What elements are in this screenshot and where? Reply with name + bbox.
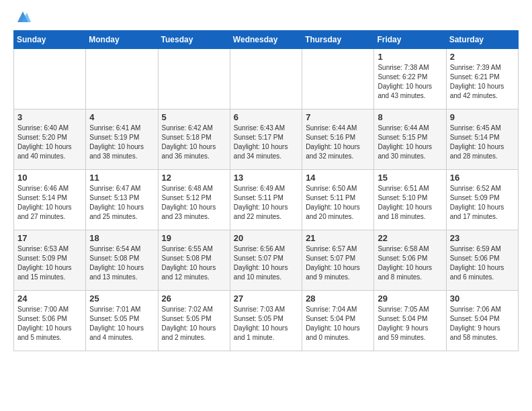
day-info: Sunrise: 7:03 AM Sunset: 5:05 PM Dayligh…	[234, 306, 288, 341]
calendar-day-cell	[302, 49, 374, 109]
calendar-day-cell: 12Sunrise: 6:48 AM Sunset: 5:12 PM Dayli…	[158, 170, 230, 230]
day-info: Sunrise: 6:46 AM Sunset: 5:14 PM Dayligh…	[17, 185, 72, 220]
day-number: 23	[450, 233, 515, 243]
day-info: Sunrise: 6:55 AM Sunset: 5:08 PM Dayligh…	[162, 245, 216, 281]
weekday-header-saturday: Saturday	[446, 31, 518, 49]
calendar-day-cell: 9Sunrise: 6:45 AM Sunset: 5:14 PM Daylig…	[446, 109, 518, 170]
day-number: 4	[89, 112, 154, 122]
day-info: Sunrise: 7:01 AM Sunset: 5:05 PM Dayligh…	[89, 306, 144, 341]
calendar-day-cell: 7Sunrise: 6:44 AM Sunset: 5:16 PM Daylig…	[302, 109, 374, 170]
calendar-day-cell: 30Sunrise: 7:06 AM Sunset: 5:04 PM Dayli…	[446, 291, 518, 351]
day-number: 24	[17, 293, 82, 304]
calendar-day-cell: 20Sunrise: 6:56 AM Sunset: 5:07 PM Dayli…	[230, 230, 302, 291]
day-info: Sunrise: 6:53 AM Sunset: 5:09 PM Dayligh…	[17, 245, 72, 281]
day-info: Sunrise: 6:47 AM Sunset: 5:13 PM Dayligh…	[89, 185, 144, 220]
day-number: 13	[234, 173, 298, 183]
day-info: Sunrise: 6:57 AM Sunset: 5:07 PM Dayligh…	[306, 245, 360, 281]
calendar-day-cell: 3Sunrise: 6:40 AM Sunset: 5:20 PM Daylig…	[14, 109, 86, 170]
day-info: Sunrise: 7:39 AM Sunset: 6:21 PM Dayligh…	[450, 64, 504, 99]
day-info: Sunrise: 6:52 AM Sunset: 5:09 PM Dayligh…	[450, 185, 504, 220]
calendar-week-row: 24Sunrise: 7:00 AM Sunset: 5:06 PM Dayli…	[14, 291, 519, 351]
calendar-day-cell: 14Sunrise: 6:50 AM Sunset: 5:11 PM Dayli…	[302, 170, 374, 230]
calendar-day-cell: 8Sunrise: 6:44 AM Sunset: 5:15 PM Daylig…	[374, 109, 446, 170]
calendar-day-cell: 22Sunrise: 6:58 AM Sunset: 5:06 PM Dayli…	[374, 230, 446, 291]
weekday-header-friday: Friday	[374, 31, 446, 49]
day-info: Sunrise: 6:48 AM Sunset: 5:12 PM Dayligh…	[162, 185, 216, 220]
calendar-day-cell	[14, 49, 86, 109]
day-number: 15	[378, 173, 442, 183]
calendar-table: SundayMondayTuesdayWednesdayThursdayFrid…	[13, 30, 519, 351]
calendar-day-cell: 26Sunrise: 7:02 AM Sunset: 5:05 PM Dayli…	[158, 291, 230, 351]
calendar-day-cell: 29Sunrise: 7:05 AM Sunset: 5:04 PM Dayli…	[374, 291, 446, 351]
weekday-header-thursday: Thursday	[302, 31, 374, 49]
day-number: 2	[450, 52, 515, 62]
day-info: Sunrise: 6:45 AM Sunset: 5:14 PM Dayligh…	[450, 124, 504, 160]
day-number: 9	[450, 112, 515, 122]
calendar-day-cell: 27Sunrise: 7:03 AM Sunset: 5:05 PM Dayli…	[230, 291, 302, 351]
calendar-day-cell: 4Sunrise: 6:41 AM Sunset: 5:19 PM Daylig…	[86, 109, 158, 170]
day-number: 26	[162, 293, 226, 304]
day-number: 25	[89, 293, 154, 304]
weekday-header-sunday: Sunday	[14, 31, 86, 49]
weekday-header-wednesday: Wednesday	[230, 31, 302, 49]
day-number: 10	[17, 173, 82, 183]
calendar-day-cell: 11Sunrise: 6:47 AM Sunset: 5:13 PM Dayli…	[86, 170, 158, 230]
calendar-day-cell: 5Sunrise: 6:42 AM Sunset: 5:18 PM Daylig…	[158, 109, 230, 170]
calendar-day-cell: 25Sunrise: 7:01 AM Sunset: 5:05 PM Dayli…	[86, 291, 158, 351]
day-info: Sunrise: 6:51 AM Sunset: 5:10 PM Dayligh…	[378, 185, 432, 220]
calendar-day-cell	[158, 49, 230, 109]
day-info: Sunrise: 6:59 AM Sunset: 5:06 PM Dayligh…	[450, 245, 504, 281]
day-info: Sunrise: 7:06 AM Sunset: 5:04 PM Dayligh…	[450, 306, 501, 341]
day-info: Sunrise: 6:49 AM Sunset: 5:11 PM Dayligh…	[234, 185, 288, 220]
day-number: 18	[89, 233, 154, 243]
calendar-week-row: 17Sunrise: 6:53 AM Sunset: 5:09 PM Dayli…	[14, 230, 519, 291]
weekday-header-monday: Monday	[86, 31, 158, 49]
day-info: Sunrise: 7:02 AM Sunset: 5:05 PM Dayligh…	[162, 306, 216, 341]
calendar-day-cell: 17Sunrise: 6:53 AM Sunset: 5:09 PM Dayli…	[14, 230, 86, 291]
day-info: Sunrise: 7:04 AM Sunset: 5:04 PM Dayligh…	[306, 306, 360, 341]
day-number: 6	[234, 112, 298, 122]
day-info: Sunrise: 6:41 AM Sunset: 5:19 PM Dayligh…	[89, 124, 144, 160]
day-number: 27	[234, 293, 298, 304]
calendar-day-cell	[86, 49, 158, 109]
calendar-day-cell	[230, 49, 302, 109]
weekday-header-row: SundayMondayTuesdayWednesdayThursdayFrid…	[14, 31, 519, 49]
page-container: SundayMondayTuesdayWednesdayThursdayFrid…	[0, 0, 532, 361]
day-number: 1	[378, 52, 442, 62]
calendar-day-cell: 13Sunrise: 6:49 AM Sunset: 5:11 PM Dayli…	[230, 170, 302, 230]
day-number: 3	[17, 112, 82, 122]
day-number: 17	[17, 233, 82, 243]
day-number: 30	[450, 293, 515, 304]
logo-icon	[15, 10, 31, 24]
day-number: 16	[450, 173, 515, 183]
day-info: Sunrise: 6:58 AM Sunset: 5:06 PM Dayligh…	[378, 245, 432, 281]
calendar-day-cell: 1Sunrise: 7:38 AM Sunset: 6:22 PM Daylig…	[374, 49, 446, 109]
page-header	[13, 10, 519, 24]
day-info: Sunrise: 6:43 AM Sunset: 5:17 PM Dayligh…	[234, 124, 288, 160]
day-info: Sunrise: 6:40 AM Sunset: 5:20 PM Dayligh…	[17, 124, 72, 160]
day-number: 20	[234, 233, 298, 243]
day-info: Sunrise: 6:56 AM Sunset: 5:07 PM Dayligh…	[234, 245, 288, 281]
day-number: 8	[378, 112, 442, 122]
day-info: Sunrise: 7:00 AM Sunset: 5:06 PM Dayligh…	[17, 306, 72, 341]
day-info: Sunrise: 6:44 AM Sunset: 5:16 PM Dayligh…	[306, 124, 360, 160]
day-info: Sunrise: 7:05 AM Sunset: 5:04 PM Dayligh…	[378, 306, 429, 341]
weekday-header-tuesday: Tuesday	[158, 31, 230, 49]
calendar-day-cell: 10Sunrise: 6:46 AM Sunset: 5:14 PM Dayli…	[14, 170, 86, 230]
calendar-day-cell: 6Sunrise: 6:43 AM Sunset: 5:17 PM Daylig…	[230, 109, 302, 170]
day-number: 12	[162, 173, 226, 183]
day-number: 14	[306, 173, 370, 183]
day-number: 11	[89, 173, 154, 183]
calendar-week-row: 3Sunrise: 6:40 AM Sunset: 5:20 PM Daylig…	[14, 109, 519, 170]
day-info: Sunrise: 6:50 AM Sunset: 5:11 PM Dayligh…	[306, 185, 360, 220]
logo	[13, 10, 31, 24]
day-info: Sunrise: 7:38 AM Sunset: 6:22 PM Dayligh…	[378, 64, 432, 99]
calendar-day-cell: 18Sunrise: 6:54 AM Sunset: 5:08 PM Dayli…	[86, 230, 158, 291]
day-number: 29	[378, 293, 442, 304]
day-number: 28	[306, 293, 370, 304]
day-number: 21	[306, 233, 370, 243]
day-number: 22	[378, 233, 442, 243]
calendar-day-cell: 23Sunrise: 6:59 AM Sunset: 5:06 PM Dayli…	[446, 230, 518, 291]
calendar-day-cell: 15Sunrise: 6:51 AM Sunset: 5:10 PM Dayli…	[374, 170, 446, 230]
day-number: 7	[306, 112, 370, 122]
